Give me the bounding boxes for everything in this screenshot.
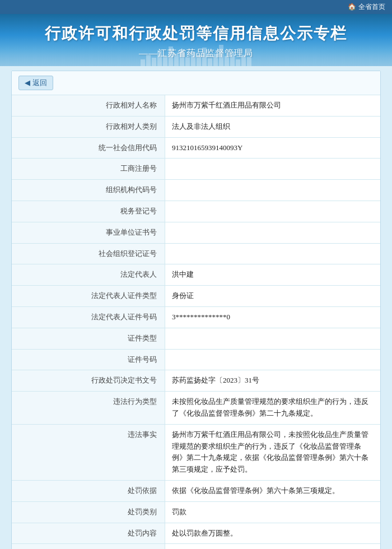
field-value (165, 328, 381, 349)
table-row: 法定代表人证件类型身份证 (12, 286, 380, 307)
field-value: 3**************0 (165, 306, 381, 328)
field-label: 违法行为类型 (12, 392, 165, 425)
back-label: 返回 (32, 78, 47, 88)
table-row: 工商注册号 (12, 159, 380, 180)
field-value: 罚款 (165, 501, 381, 523)
field-value: 处以罚款叁万圆整。 (165, 523, 381, 544)
detail-content: 行政相对人名称扬州市万紫千红酒庄用品有限公司行政相对人类别法人及非法人组织统一社… (12, 95, 380, 549)
field-value: 913210165939140093Y (165, 137, 381, 159)
table-row: 行政相对人名称扬州市万紫千红酒庄用品有限公司 (12, 95, 380, 116)
home-icon: 🏠 (348, 3, 356, 11)
field-value (165, 180, 381, 201)
main-card: ◀ 返回 行政相对人名称扬州市万紫千红酒庄用品有限公司行政相对人类别法人及非法人… (11, 71, 381, 549)
field-label: 行政相对人名称 (12, 95, 165, 116)
field-value: 未按照化妆品生产质量管理规范的要求组织生产的行为，违反了《化妆品监督管理条例》第… (165, 392, 381, 425)
field-label: 处罚内容 (12, 523, 165, 544)
banner-subtitle: ——江苏省药品监督管理局 (0, 48, 392, 59)
table-row: 证件类型 (12, 328, 380, 349)
field-value: 依据《化妆品监督管理条例》第六十条第三项规定。 (165, 480, 381, 501)
table-row: 组织机构代码号 (12, 180, 380, 201)
table-row: 行政相对人类别法人及非法人组织 (12, 116, 380, 137)
field-label: 统一社会信用代码 (12, 137, 165, 159)
header-banner: 行政许可和行政处罚等信用信息公示专栏 ——江苏省药品监督管理局 (0, 14, 392, 66)
field-label: 证件号码 (12, 349, 165, 370)
field-value (165, 222, 381, 243)
field-label: 证件类型 (12, 328, 165, 349)
field-label: 处罚类别 (12, 501, 165, 523)
home-link[interactable]: 🏠 全省首页 (348, 2, 385, 12)
back-button[interactable]: ◀ 返回 (18, 76, 53, 90)
table-row: 税务登记号 (12, 201, 380, 222)
detail-table: 行政相对人名称扬州市万紫千红酒庄用品有限公司行政相对人类别法人及非法人组织统一社… (12, 95, 380, 549)
table-row: 违法事实扬州市万紫千红酒庄用品有限公司，未按照化妆品生产质量管理规范的要求组织生… (12, 424, 380, 480)
table-row: 法定代表人证件号码3**************0 (12, 306, 380, 328)
field-value: 苏药监扬处字〔2023〕31号 (165, 370, 381, 392)
field-value: 法人及非法人组织 (165, 116, 381, 137)
field-label: 行政相对人类别 (12, 116, 165, 137)
field-value (165, 349, 381, 370)
field-label: 税务登记号 (12, 201, 165, 222)
table-row: 处罚内容处以罚款叁万圆整。 (12, 523, 380, 544)
nav-wrapper: ◀ 返回 行政相对人名称扬州市万紫千红酒庄用品有限公司行政相对人类别法人及非法人… (0, 66, 392, 549)
top-bar: 🏠 全省首页 (0, 0, 392, 14)
field-value: 3 (165, 544, 381, 549)
field-value: 扬州市万紫千红酒庄用品有限公司，未按照化妆品生产质量管理规范的要求组织生产的行为… (165, 424, 381, 480)
field-label: 组织机构代码号 (12, 180, 165, 201)
field-value: 扬州市万紫千红酒庄用品有限公司 (165, 95, 381, 116)
back-icon: ◀ (25, 78, 30, 87)
field-label: 行政处罚决定书文号 (12, 370, 165, 392)
table-row: 罚款金额（万元）3 (12, 544, 380, 549)
table-row: 事业单位证书号 (12, 222, 380, 243)
table-row: 行政处罚决定书文号苏药监扬处字〔2023〕31号 (12, 370, 380, 392)
field-value (165, 243, 381, 264)
table-row: 法定代表人洪中建 (12, 264, 380, 286)
field-value (165, 159, 381, 180)
field-label: 罚款金额（万元） (12, 544, 165, 549)
field-label: 法定代表人 (12, 264, 165, 286)
table-row: 违法行为类型未按照化妆品生产质量管理规范的要求组织生产的行为，违反了《化妆品监督… (12, 392, 380, 425)
banner-title: 行政许可和行政处罚等信用信息公示专栏 (0, 23, 392, 44)
table-row: 社会组织登记证号 (12, 243, 380, 264)
field-label: 工商注册号 (12, 159, 165, 180)
field-label: 事业单位证书号 (12, 222, 165, 243)
table-row: 统一社会信用代码913210165939140093Y (12, 137, 380, 159)
field-label: 法定代表人证件号码 (12, 306, 165, 328)
field-value (165, 201, 381, 222)
field-label: 法定代表人证件类型 (12, 286, 165, 307)
field-label: 处罚依据 (12, 480, 165, 501)
field-label: 违法事实 (12, 424, 165, 480)
table-row: 证件号码 (12, 349, 380, 370)
field-value: 身份证 (165, 286, 381, 307)
field-label: 社会组织登记证号 (12, 243, 165, 264)
home-label: 全省首页 (358, 2, 385, 12)
table-row: 处罚类别罚款 (12, 501, 380, 523)
table-row: 处罚依据依据《化妆品监督管理条例》第六十条第三项规定。 (12, 480, 380, 501)
field-value: 洪中建 (165, 264, 381, 286)
